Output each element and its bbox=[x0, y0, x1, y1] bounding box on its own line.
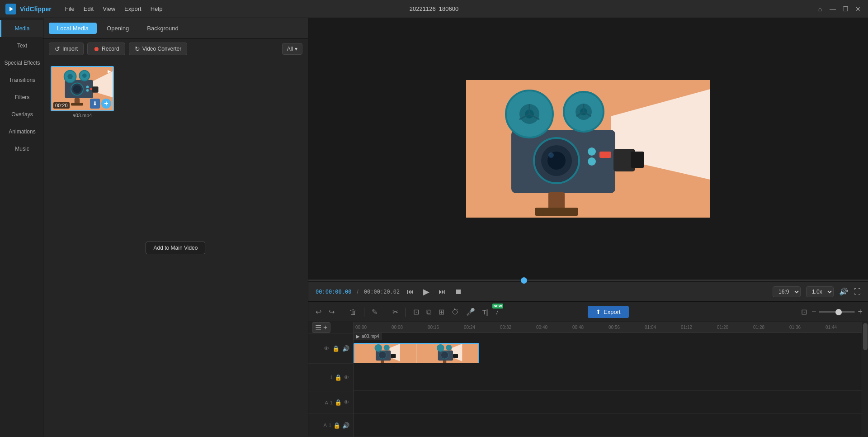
menu-file[interactable]: File bbox=[65, 5, 75, 12]
cut-button[interactable]: ✂ bbox=[391, 307, 400, 317]
track-2-eye-icon[interactable]: 👁 bbox=[344, 374, 349, 381]
sidebar-item-media[interactable]: Media bbox=[0, 20, 43, 37]
trim-button[interactable]: ⊡ bbox=[411, 307, 421, 317]
sidebar: Media Text Special Effects Transitions F… bbox=[0, 18, 43, 437]
maximize-button[interactable]: ❐ bbox=[841, 5, 850, 14]
export-button[interactable]: ⬆ Export bbox=[588, 306, 629, 318]
media-thumbnail: 00:20 ⬇ + ▶ bbox=[51, 66, 114, 111]
tab-local-media[interactable]: Local Media bbox=[49, 23, 97, 34]
delete-button[interactable]: 🗑 bbox=[348, 307, 359, 317]
svg-rect-38 bbox=[631, 152, 644, 168]
media-icons: ⬇ + bbox=[90, 99, 111, 109]
sidebar-item-transitions[interactable]: Transitions bbox=[0, 71, 43, 89]
track-3-lock-icon[interactable]: 🔒 bbox=[335, 399, 342, 406]
tab-opening[interactable]: Opening bbox=[99, 23, 137, 34]
track-1-lock-icon[interactable]: 🔒 bbox=[332, 345, 340, 352]
media-item[interactable]: 00:20 ⬇ + ▶ a03.mp4 bbox=[51, 66, 114, 118]
converter-icon: ↻ bbox=[135, 45, 140, 52]
sidebar-item-music[interactable]: Music bbox=[0, 140, 43, 157]
video-clip[interactable] bbox=[354, 343, 479, 364]
track-2-lock-icon[interactable]: 🔒 bbox=[335, 374, 342, 381]
edit-button[interactable]: ✎ bbox=[370, 307, 379, 317]
svg-rect-15 bbox=[71, 103, 83, 106]
prev-frame-button[interactable]: ⏮ bbox=[405, 287, 416, 297]
record-icon: ⏺ bbox=[93, 45, 99, 52]
ruler-mark: 00:24 bbox=[464, 325, 500, 330]
svg-point-43 bbox=[375, 344, 382, 352]
speed-select[interactable]: 1.0x 0.5x 2.0x bbox=[806, 286, 834, 297]
svg-rect-47 bbox=[381, 361, 384, 364]
ruler-mark: 01:12 bbox=[681, 325, 717, 330]
new-badge: NEW bbox=[492, 304, 504, 309]
filter-dropdown[interactable]: All ▾ bbox=[282, 43, 302, 55]
sidebar-item-animations[interactable]: Animations bbox=[0, 123, 43, 140]
play-indicator-icon: ▶ bbox=[108, 69, 111, 74]
plus-icon: + bbox=[323, 323, 327, 332]
zoom-slider[interactable] bbox=[819, 311, 855, 313]
captions-button[interactable]: T| bbox=[481, 308, 490, 317]
menu-help[interactable]: Help bbox=[151, 5, 163, 12]
close-button[interactable]: ✕ bbox=[854, 5, 863, 14]
ruler-mark: 00:08 bbox=[392, 325, 428, 330]
zoom-out-button[interactable]: − bbox=[811, 307, 816, 317]
sidebar-item-filters[interactable]: Filters bbox=[0, 89, 43, 106]
playhead-bar[interactable] bbox=[308, 280, 868, 281]
media-filename: a03.mp4 bbox=[51, 113, 114, 118]
video-converter-button[interactable]: ↻ Video Converter bbox=[129, 43, 188, 55]
svg-point-52 bbox=[446, 345, 452, 351]
video-track-row: ▶ a03.mp4 bbox=[354, 333, 862, 364]
ruler-mark: 01:20 bbox=[717, 325, 753, 330]
play-button[interactable]: ▶ bbox=[421, 286, 431, 298]
fullscreen-button[interactable]: ⛶ bbox=[854, 288, 861, 296]
track-4-sound-icon[interactable]: 🔊 bbox=[342, 422, 349, 429]
record-button[interactable]: ⏺ Record bbox=[87, 43, 125, 55]
total-time: 00:00:20.02 bbox=[364, 289, 400, 295]
add-to-main-button[interactable]: Add to Main Video bbox=[146, 242, 206, 254]
media-duration: 00:20 bbox=[53, 102, 70, 109]
sidebar-item-overlays[interactable]: Overlays bbox=[0, 106, 43, 123]
menu-export[interactable]: Export bbox=[124, 5, 142, 12]
scrollbar-thumb[interactable] bbox=[863, 323, 868, 350]
media-download-icon[interactable]: ⬇ bbox=[90, 99, 100, 109]
zoom-in-button[interactable]: + bbox=[858, 307, 863, 317]
redo-button[interactable]: ↪ bbox=[327, 307, 336, 317]
svg-rect-36 bbox=[599, 152, 611, 158]
add-track-button[interactable]: ☰ + bbox=[312, 322, 330, 333]
grid-button[interactable]: ⊞ bbox=[437, 307, 446, 317]
track-1-header: 👁 🔒 🔊 bbox=[308, 333, 353, 364]
stop-button[interactable]: ⏹ bbox=[453, 287, 464, 297]
media-add-button[interactable]: + bbox=[101, 99, 111, 109]
ruler-mark: 00:00 bbox=[355, 325, 392, 330]
fit-button[interactable]: ⊡ bbox=[799, 307, 809, 317]
toolbar-separator-2 bbox=[364, 308, 364, 317]
titlebar: VidClipper File Edit View Export Help 20… bbox=[0, 0, 868, 18]
video-preview bbox=[308, 18, 868, 280]
svg-point-33 bbox=[548, 152, 554, 158]
vertical-scrollbar[interactable] bbox=[862, 322, 868, 437]
home-button[interactable]: ⌂ bbox=[816, 5, 825, 14]
speed-button[interactable]: ⏱ bbox=[450, 307, 461, 317]
video-track-icon: ▶ bbox=[356, 334, 360, 339]
track-3-eye-icon[interactable]: 👁 bbox=[344, 399, 349, 406]
minimize-button[interactable]: — bbox=[828, 5, 837, 14]
menu-view[interactable]: View bbox=[103, 5, 115, 12]
volume-button[interactable]: 🔊 bbox=[839, 287, 848, 296]
mic-button[interactable]: 🎤 bbox=[464, 307, 477, 317]
sidebar-item-special-effects[interactable]: Special Effects bbox=[0, 54, 43, 71]
tts-button[interactable]: ♪ NEW bbox=[493, 307, 500, 317]
toolbar-separator-1 bbox=[342, 308, 342, 317]
next-frame-button[interactable]: ⏭ bbox=[437, 287, 448, 297]
sidebar-item-text[interactable]: Text bbox=[0, 37, 43, 54]
undo-button[interactable]: ↩ bbox=[314, 307, 323, 317]
tab-background[interactable]: Background bbox=[139, 23, 186, 34]
svg-point-45 bbox=[379, 351, 387, 359]
menu-edit[interactable]: Edit bbox=[84, 5, 94, 12]
import-button[interactable]: ↺ Import bbox=[49, 43, 84, 55]
track-1-sound-icon[interactable]: 🔊 bbox=[342, 345, 349, 352]
window-title: 20221126_180600 bbox=[410, 5, 458, 12]
track-4-lock-icon[interactable]: 🔒 bbox=[333, 422, 340, 429]
aspect-ratio-select[interactable]: 16:9 9:16 1:1 4:3 bbox=[773, 286, 801, 297]
copy-button[interactable]: ⧉ bbox=[425, 307, 433, 317]
track-1-eye-icon[interactable]: 👁 bbox=[324, 345, 330, 352]
svg-rect-55 bbox=[443, 361, 446, 364]
